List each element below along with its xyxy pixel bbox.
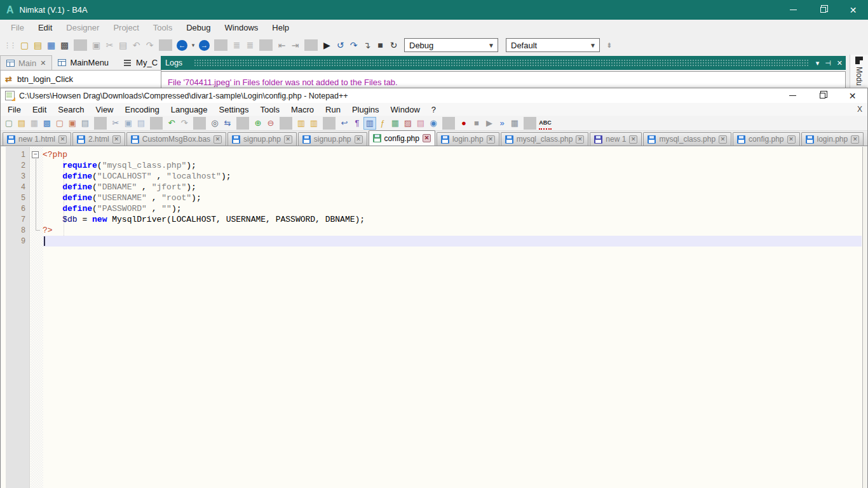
b4a-menu-item[interactable]: Windows [218, 23, 266, 32]
save-button[interactable]: ▦ [44, 38, 58, 52]
tab-close-icon[interactable]: ✕ [851, 135, 859, 144]
npp-menu-close-icon[interactable]: X [857, 105, 862, 114]
npp-menu-item[interactable]: Encoding [119, 105, 165, 114]
npp-menu-item[interactable]: Run [320, 105, 346, 114]
save-all-button[interactable]: ▩ [41, 117, 53, 130]
document-tab[interactable]: new 1 ✕ [590, 132, 642, 146]
npp-menu-item[interactable]: Window [385, 105, 426, 114]
logs-pin-icon[interactable]: ⊣ [825, 59, 831, 67]
monitoring-button[interactable]: ◉ [427, 117, 440, 130]
document-switcher-button[interactable]: ▨ [402, 117, 414, 130]
b4a-menu-item[interactable]: File [4, 23, 31, 32]
indent-guide-button[interactable]: ▥ [363, 117, 376, 130]
indent-button[interactable]: ⇥ [288, 38, 302, 52]
macro-record-button[interactable]: ● [458, 117, 470, 130]
resume-button[interactable]: ↺ [334, 38, 347, 52]
duplicate-button[interactable]: ▣ [90, 38, 103, 52]
code-editor[interactable]: 1−<?php2 require("mysql_class.php");3 de… [1, 147, 867, 488]
toolbar-overflow-button[interactable]: ⇟ [606, 41, 612, 50]
npp-menu-item[interactable]: Plugins [346, 105, 385, 114]
macro-play-button[interactable]: ▶ [483, 117, 496, 130]
document-tab[interactable]: mysql_class.php ✕ [643, 132, 731, 146]
document-tab[interactable]: login.php ✕ [801, 132, 864, 146]
new-project-button[interactable]: ▢ [18, 38, 31, 52]
code-line[interactable]: 8?> [1, 225, 862, 236]
folder-workspace-button[interactable]: ▤ [414, 117, 427, 130]
stop-button[interactable]: ■ [374, 38, 387, 52]
document-tab[interactable]: mysql_class.php ✕ [501, 132, 589, 146]
cut-button[interactable]: ✂ [109, 117, 122, 130]
build-configuration-combo[interactable]: Debug ▼ [404, 38, 498, 52]
document-tab[interactable]: config.php ✕ [369, 130, 435, 146]
tab-close-icon[interactable]: ✕ [629, 135, 637, 144]
profile-combo[interactable]: Default ▼ [506, 38, 600, 52]
b4a-minimize-button[interactable] [778, 0, 808, 20]
tab-close-icon[interactable]: ✕ [58, 135, 67, 144]
npp-menu-item[interactable]: Macro [285, 105, 320, 114]
npp-menu-item[interactable]: Search [52, 105, 90, 114]
undo-button[interactable]: ↶ [165, 117, 178, 130]
logs-panel-header[interactable]: Logs ▾ ⊣ ✕ [161, 56, 846, 70]
code-line[interactable]: 4 define("DBNAME" , "jfort"); [1, 182, 862, 193]
sync-horizontal-button[interactable]: ▥ [308, 117, 320, 130]
b4a-close-button[interactable]: ✕ [838, 0, 868, 20]
uncomment-button[interactable]: ≣ [243, 38, 257, 52]
npp-menu-item[interactable]: ? [426, 105, 442, 114]
modules-side-panel[interactable]: Modu [850, 55, 868, 88]
code-line[interactable]: 9 [1, 236, 862, 247]
fold-collapse-icon[interactable]: − [32, 151, 39, 158]
paste-button[interactable]: ▤ [135, 117, 147, 130]
step-into-button[interactable]: ↴ [360, 38, 374, 52]
toolbar-grip[interactable]: ⋮⋮ [4, 41, 15, 50]
cut-button[interactable]: ✂ [103, 38, 116, 52]
tab-close-icon[interactable]: ✕ [487, 135, 495, 144]
redo-button[interactable]: ↷ [178, 117, 191, 130]
b4a-menu-item[interactable]: Tools [146, 23, 179, 32]
package-button[interactable]: ▩ [58, 38, 71, 52]
macro-save-button[interactable]: ▦ [508, 117, 521, 130]
step-over-button[interactable]: ↷ [347, 38, 360, 52]
find-button[interactable]: ◎ [208, 117, 221, 130]
document-tab[interactable]: signup.php ✕ [227, 132, 297, 146]
tab-close-icon[interactable]: ✕ [214, 135, 222, 144]
sync-vertical-button[interactable]: ▥ [295, 117, 308, 130]
document-tab[interactable]: new 1.html ✕ [3, 132, 71, 146]
npp-menu-item[interactable]: Settings [214, 105, 255, 114]
b4a-restore-button[interactable] [808, 0, 838, 20]
b4a-menu-item[interactable]: Edit [31, 23, 59, 32]
logs-dropdown-icon[interactable]: ▾ [816, 59, 820, 67]
code-line[interactable]: 7 $db = new MysqlDriver(LOCALHOST, USERN… [1, 214, 862, 225]
logs-close-icon[interactable]: ✕ [837, 59, 843, 67]
document-tab[interactable]: config.php ✕ [733, 132, 799, 146]
comment-button[interactable]: ≣ [230, 38, 243, 52]
npp-close-button[interactable]: ✕ [837, 88, 867, 103]
npp-menu-item[interactable]: Language [165, 105, 214, 114]
document-tab[interactable]: login.php ✕ [437, 132, 499, 146]
b4a-menu-item[interactable]: Project [106, 23, 146, 32]
code-line[interactable]: 1−<?php [1, 149, 862, 160]
macro-stop-button[interactable]: ■ [470, 117, 483, 130]
b4a-menu-item[interactable]: Help [265, 23, 296, 32]
print-button[interactable]: ▤ [79, 117, 92, 130]
open-project-button[interactable]: ▤ [31, 38, 44, 52]
b4a-code-tab[interactable]: Main ✕ [0, 55, 52, 70]
npp-menu-item[interactable]: View [90, 105, 119, 114]
npp-menu-item[interactable]: File [2, 105, 27, 114]
show-all-characters-button[interactable]: ¶ [351, 117, 363, 130]
b4a-menu-item[interactable]: Designer [59, 23, 106, 32]
navigate-forward-button[interactable]: → [199, 40, 210, 51]
code-line[interactable]: 5 define("USERNAME" , "root"); [1, 193, 862, 203]
fold-marker[interactable]: − [30, 149, 43, 160]
new-file-button[interactable]: ▢ [3, 117, 15, 130]
spell-check-button[interactable]: ABC [539, 117, 552, 130]
code-line[interactable]: 2 require("mysql_class.php"); [1, 160, 862, 171]
tab-close-icon[interactable]: ✕ [355, 135, 363, 144]
tab-close-icon[interactable]: ✕ [423, 134, 431, 142]
close-all-button[interactable]: ▣ [66, 117, 79, 130]
document-tab[interactable]: signup.php ✕ [298, 132, 367, 146]
code-line[interactable]: 6 define("PASSWORD" , ""); [1, 203, 862, 214]
run-button[interactable]: ▶ [320, 38, 334, 52]
paste-button[interactable]: ▤ [116, 38, 130, 52]
vertical-scrollbar[interactable] [862, 147, 867, 488]
tab-close-icon[interactable]: ✕ [284, 135, 292, 144]
